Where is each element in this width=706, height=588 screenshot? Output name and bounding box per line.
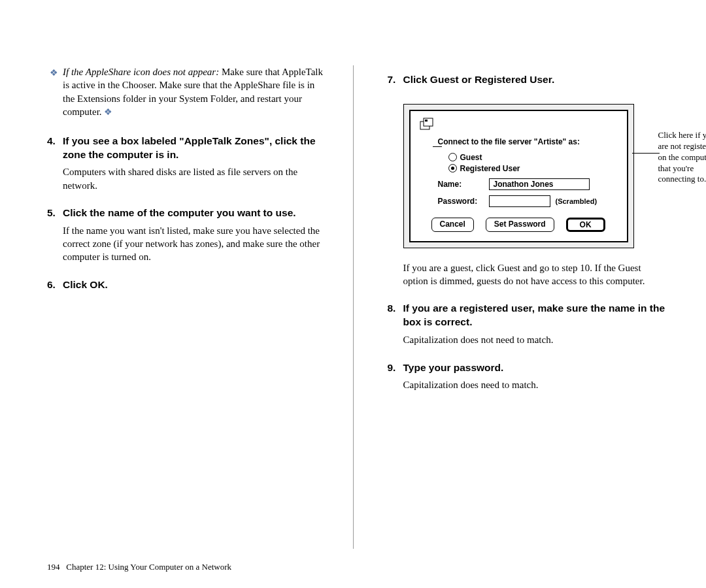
scrambled-note: (Scrambled) bbox=[556, 197, 597, 205]
tip-lead: If the AppleShare icon does not appear: bbox=[63, 67, 219, 77]
diamond-bullet-icon: ❖ bbox=[50, 67, 58, 80]
step-8-body: Capitalization does not need to match. bbox=[380, 333, 667, 346]
connect-dialog: Connect to the file server "Artiste" as:… bbox=[409, 110, 628, 242]
step-4-body: Computers with shared disks are listed a… bbox=[39, 165, 327, 192]
name-field[interactable]: Jonathon Jones bbox=[489, 178, 590, 190]
page-footer: 194 Chapter 12: Using Your Computer on a… bbox=[47, 562, 231, 572]
step-heading-text: If you are a registered user, make sure … bbox=[403, 302, 665, 327]
chapter-title: Chapter 12: Using Your Computer on a Net… bbox=[66, 562, 231, 572]
guest-label: Guest bbox=[460, 153, 482, 162]
step-heading-text: Click Guest or Registered User. bbox=[403, 74, 555, 85]
diamond-close-icon: ❖ bbox=[104, 106, 112, 119]
step-7-heading: 7. Click Guest or Registered User. bbox=[380, 73, 667, 87]
step-number: 8. bbox=[388, 302, 396, 316]
step-4-heading: 4. If you see a box labeled "AppleTalk Z… bbox=[39, 135, 327, 162]
step-9-body: Capitalization does need to match. bbox=[380, 378, 667, 391]
step-5-heading: 5. Click the name of the computer you wa… bbox=[39, 206, 327, 220]
svg-rect-2 bbox=[425, 120, 428, 122]
column-divider bbox=[353, 65, 354, 549]
password-field[interactable] bbox=[489, 195, 550, 207]
password-label: Password: bbox=[438, 197, 484, 206]
registered-label: Registered User bbox=[460, 164, 520, 173]
callout-text: Click here if you are not registered on … bbox=[658, 130, 707, 185]
radio-icon bbox=[448, 153, 457, 161]
name-label: Name: bbox=[438, 180, 484, 189]
step-number: 7. bbox=[388, 73, 396, 87]
step-heading-text: If you see a box labeled "AppleTalk Zone… bbox=[63, 135, 316, 160]
callout-line bbox=[632, 153, 660, 154]
dialog-figure: Connect to the file server "Artiste" as:… bbox=[403, 104, 667, 248]
step-number: 6. bbox=[47, 278, 56, 292]
ok-button[interactable]: OK bbox=[566, 218, 605, 232]
guest-radio[interactable]: Guest bbox=[448, 153, 618, 162]
step-heading-text: Click OK. bbox=[63, 279, 108, 290]
cancel-button[interactable]: Cancel bbox=[431, 218, 474, 232]
page-number: 194 bbox=[47, 562, 60, 572]
step-9-heading: 9. Type your password. bbox=[380, 361, 667, 375]
radio-connector bbox=[433, 146, 442, 148]
step-heading-text: Click the name of the computer you want … bbox=[63, 207, 296, 218]
step-7-post: If you are a guest, click Guest and go t… bbox=[380, 261, 667, 288]
step-5-body: If the name you want isn't listed, make … bbox=[39, 224, 327, 264]
step-6-heading: 6. Click OK. bbox=[39, 278, 327, 292]
dialog-title: Connect to the file server "Artiste" as: bbox=[438, 137, 618, 146]
radio-icon bbox=[448, 164, 457, 172]
step-number: 5. bbox=[47, 206, 56, 220]
note-tip: ❖ If the AppleShare icon does not appear… bbox=[39, 65, 327, 119]
appleshare-icon bbox=[420, 118, 435, 131]
step-number: 4. bbox=[47, 135, 56, 148]
registered-user-radio[interactable]: Registered User bbox=[448, 164, 618, 173]
step-heading-text: Type your password. bbox=[403, 362, 504, 373]
step-8-heading: 8. If you are a registered user, make su… bbox=[380, 302, 667, 329]
set-password-button[interactable]: Set Password bbox=[486, 218, 554, 232]
svg-rect-1 bbox=[424, 118, 433, 126]
step-number: 9. bbox=[388, 361, 396, 375]
